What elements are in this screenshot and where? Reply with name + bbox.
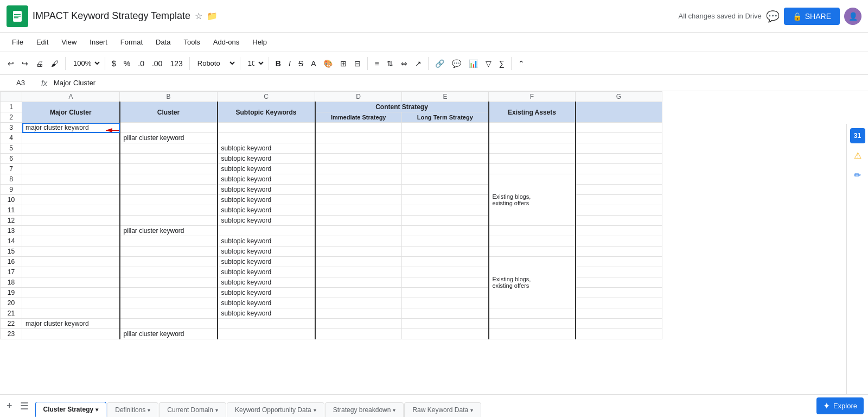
cell-a9[interactable] bbox=[22, 185, 120, 195]
cell-f23[interactable] bbox=[489, 329, 576, 339]
currency-button[interactable]: $ bbox=[108, 57, 119, 70]
cell-f15[interactable] bbox=[489, 247, 576, 257]
cell-a8[interactable] bbox=[22, 174, 120, 185]
text-color-button[interactable]: A bbox=[308, 57, 319, 70]
cell-d19[interactable] bbox=[315, 288, 402, 298]
cell-c1[interactable]: Subtopic Keywords bbox=[218, 102, 315, 123]
percent-button[interactable]: % bbox=[120, 57, 133, 70]
cell-g5[interactable] bbox=[576, 143, 662, 154]
italic-button[interactable]: I bbox=[285, 57, 294, 70]
cell-a21[interactable] bbox=[22, 308, 120, 319]
cell-content-strategy[interactable]: Content Strategy bbox=[315, 102, 489, 112]
cell-e15[interactable] bbox=[402, 247, 489, 257]
cell-f5[interactable] bbox=[489, 143, 576, 154]
cell-f16[interactable]: Existing blogs,existing offers bbox=[489, 257, 576, 308]
cell-b6[interactable] bbox=[120, 154, 218, 164]
cell-d20[interactable] bbox=[315, 298, 402, 308]
cell-b19[interactable] bbox=[120, 288, 218, 298]
cell-a3[interactable]: major cluster keyword bbox=[22, 123, 120, 133]
cell-c4[interactable] bbox=[218, 133, 315, 143]
cell-g23[interactable] bbox=[576, 329, 662, 339]
cell-a7[interactable] bbox=[22, 164, 120, 174]
cell-d10[interactable] bbox=[315, 195, 402, 205]
cell-e23[interactable] bbox=[402, 329, 489, 339]
redo-button[interactable]: ↪ bbox=[18, 57, 31, 70]
cell-c6[interactable]: subtopic keyword bbox=[218, 154, 315, 164]
menu-insert[interactable]: Insert bbox=[84, 36, 113, 48]
strikethrough-button[interactable]: S bbox=[295, 57, 307, 70]
cell-f8[interactable]: Existing blogs,existing offers bbox=[489, 174, 576, 226]
cell-e9[interactable] bbox=[402, 185, 489, 195]
cell-d9[interactable] bbox=[315, 185, 402, 195]
cell-g7[interactable] bbox=[576, 164, 662, 174]
cell-b23[interactable]: pillar cluster keyword bbox=[120, 329, 218, 339]
cell-e4[interactable] bbox=[402, 133, 489, 143]
side-notification-icon[interactable]: ⚠ bbox=[850, 148, 865, 163]
cell-b12[interactable] bbox=[120, 216, 218, 226]
cell-c16[interactable]: subtopic keyword bbox=[218, 257, 315, 267]
cell-b5[interactable] bbox=[120, 143, 218, 154]
cell-d4[interactable] bbox=[315, 133, 402, 143]
cell-g18[interactable] bbox=[576, 277, 662, 288]
text-wrap-button[interactable]: ⇔ bbox=[398, 57, 411, 70]
cell-g15[interactable] bbox=[576, 247, 662, 257]
cell-g17[interactable] bbox=[576, 267, 662, 277]
bold-button[interactable]: B bbox=[272, 57, 284, 70]
cell-d11[interactable] bbox=[315, 205, 402, 216]
cell-b21[interactable] bbox=[120, 308, 218, 319]
cell-f13[interactable] bbox=[489, 226, 576, 236]
cell-e10[interactable] bbox=[402, 195, 489, 205]
print-button[interactable]: 🖨 bbox=[33, 57, 47, 70]
cell-b7[interactable] bbox=[120, 164, 218, 174]
cell-c18[interactable]: subtopic keyword bbox=[218, 277, 315, 288]
cell-a13[interactable] bbox=[22, 226, 120, 236]
cell-d23[interactable] bbox=[315, 329, 402, 339]
cell-g6[interactable] bbox=[576, 154, 662, 164]
side-pencil-icon[interactable]: ✏ bbox=[850, 167, 865, 182]
cell-a11[interactable] bbox=[22, 205, 120, 216]
folder-icon[interactable]: 📁 bbox=[207, 11, 218, 21]
cell-g1[interactable] bbox=[576, 102, 662, 123]
link-button[interactable]: 🔗 bbox=[432, 57, 448, 70]
comment-button[interactable]: 💬 bbox=[766, 10, 780, 23]
cell-c22[interactable] bbox=[218, 319, 315, 329]
tab-keyword-opportunity[interactable]: Keyword Opportunity Data ▾ bbox=[227, 402, 324, 417]
col-header-d[interactable]: D bbox=[315, 92, 402, 102]
share-button[interactable]: 🔒 SHARE bbox=[784, 8, 840, 25]
cell-g19[interactable] bbox=[576, 288, 662, 298]
decimal-less-button[interactable]: .0 bbox=[135, 57, 148, 70]
cell-d6[interactable] bbox=[315, 154, 402, 164]
cell-c5[interactable]: subtopic keyword bbox=[218, 143, 315, 154]
tab-current-domain[interactable]: Current Domain ▾ bbox=[159, 402, 226, 417]
filter-button[interactable]: ▽ bbox=[482, 57, 495, 70]
menu-addons[interactable]: Add-ons bbox=[208, 36, 245, 48]
cell-a15[interactable] bbox=[22, 247, 120, 257]
format-button[interactable]: 123 bbox=[167, 57, 186, 70]
cell-a17[interactable] bbox=[22, 267, 120, 277]
cell-c9[interactable]: subtopic keyword bbox=[218, 185, 315, 195]
tab-dropdown-icon[interactable]: ▾ bbox=[470, 407, 473, 413]
align-left-button[interactable]: ≡ bbox=[371, 57, 382, 70]
menu-file[interactable]: File bbox=[7, 36, 29, 48]
col-header-g[interactable]: G bbox=[576, 92, 662, 102]
cell-e8[interactable] bbox=[402, 174, 489, 185]
cell-a1[interactable]: Major Cluster bbox=[22, 102, 120, 123]
cell-e5[interactable] bbox=[402, 143, 489, 154]
borders-button[interactable]: ⊞ bbox=[337, 57, 350, 70]
cell-b10[interactable] bbox=[120, 195, 218, 205]
cell-e16[interactable] bbox=[402, 257, 489, 267]
cell-c8[interactable]: subtopic keyword bbox=[218, 174, 315, 185]
cell-d16[interactable] bbox=[315, 257, 402, 267]
col-header-c[interactable]: C bbox=[218, 92, 315, 102]
star-icon[interactable]: ☆ bbox=[195, 11, 202, 21]
cell-a22[interactable]: major cluster keyword bbox=[22, 319, 120, 329]
cell-a14[interactable] bbox=[22, 236, 120, 247]
cell-g14[interactable] bbox=[576, 236, 662, 247]
cell-c3[interactable] bbox=[218, 123, 315, 133]
cell-d12[interactable] bbox=[315, 216, 402, 226]
col-header-e[interactable]: E bbox=[402, 92, 489, 102]
tab-dropdown-icon[interactable]: ▾ bbox=[314, 407, 316, 413]
cell-b4[interactable]: pillar cluster keyword bbox=[120, 133, 218, 143]
cell-g4[interactable] bbox=[576, 133, 662, 143]
cell-d3[interactable] bbox=[315, 123, 402, 133]
